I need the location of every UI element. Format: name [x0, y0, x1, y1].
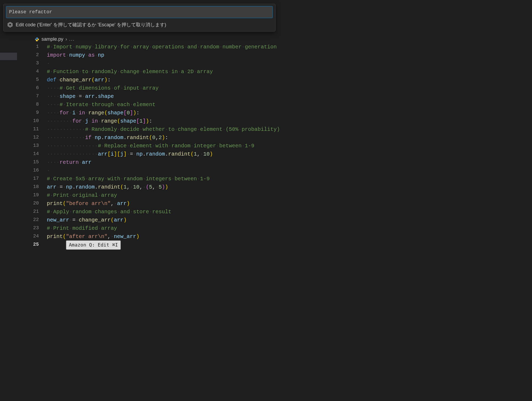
code-content[interactable]: ············if·np.random.randint(0,2): [47, 133, 337, 141]
activity-bar [0, 0, 17, 253]
line-number: 15 [26, 158, 47, 166]
line-number: 11 [26, 125, 47, 133]
code-content[interactable]: ················#·Replace·element·with·r… [47, 141, 337, 150]
code-content[interactable]: ····#·Iterate·through·each·element [47, 100, 337, 108]
line-number: 24 [26, 232, 47, 240]
line-number: 7 [26, 92, 47, 100]
code-line[interactable]: 12············if·np.random.randint(0,2): [26, 133, 337, 141]
inline-chat-help: Edit code ('Enter' を押して確認するか 'Escape' を押… [5, 20, 274, 30]
code-content[interactable]: #·Print·modified·array [47, 224, 337, 232]
code-content[interactable]: #·Print·original·array [47, 191, 337, 199]
line-number: 20 [26, 199, 47, 207]
code-line[interactable]: 4#·Function·to·randomly·change·elements·… [26, 67, 337, 76]
breadcrumb-rest[interactable]: ... [69, 35, 75, 43]
code-line[interactable]: 6····#·Get·dimensions·of·input·array [26, 84, 337, 92]
breadcrumb-file[interactable]: sample.py [41, 35, 63, 43]
code-editor[interactable]: 1#·Import·numpy·library·for·array·operat… [26, 43, 337, 253]
code-content[interactable]: · [47, 166, 337, 174]
code-content[interactable]: ····shape·=·arr.shape [47, 92, 337, 100]
code-line[interactable]: 17#·Create·5x5·array·with·random·integer… [26, 174, 337, 183]
line-number: 9 [26, 108, 47, 117]
amazon-q-icon [7, 22, 13, 28]
code-content[interactable]: ············#·Randomly·decide·whether·to… [47, 125, 337, 133]
code-content[interactable]: · [47, 59, 337, 67]
python-file-icon [35, 35, 39, 43]
code-content[interactable]: import·numpy·as·np [47, 51, 337, 59]
app-root: Please refactor Edit code ('Enter' を押して確… [0, 0, 337, 253]
line-number: 18 [26, 183, 47, 191]
code-content[interactable]: print("before arr\n",·arr) [47, 199, 337, 207]
code-line[interactable]: 3· [26, 59, 337, 67]
line-number: 23 [26, 224, 47, 232]
code-line[interactable]: 22new_arr·=·change_arr(arr) [26, 216, 337, 224]
line-number: 12 [26, 133, 47, 141]
line-number: 4 [26, 67, 47, 76]
line-number: 16 [26, 166, 47, 174]
inline-chat-dialog: Please refactor Edit code ('Enter' を押して確… [3, 4, 276, 32]
code-line[interactable]: 1#·Import·numpy·library·for·array·operat… [26, 43, 337, 51]
code-line[interactable]: 18arr·=·np.random.randint(1,·10,·(5,·5)) [26, 183, 337, 191]
code-line[interactable]: 14················arr[i][j]·=·np.random.… [26, 150, 337, 158]
code-content[interactable]: ····return·arr [47, 158, 337, 166]
code-line[interactable]: 16· [26, 166, 337, 174]
code-line[interactable]: 24print("after arr\n",·new_arr) [26, 232, 337, 240]
code-line[interactable]: 10········for·j·in·range(shape[1]): [26, 117, 337, 125]
svg-marker-0 [8, 22, 13, 27]
code-content[interactable]: ····for·i·in·range(shape[0]): [47, 108, 337, 117]
line-number: 3 [26, 59, 47, 67]
line-number: 21 [26, 207, 47, 216]
code-content[interactable]: ····#·Get·dimensions·of·input·array [47, 84, 337, 92]
line-number: 6 [26, 84, 47, 92]
line-number: 14 [26, 150, 47, 158]
code-line[interactable]: 5def·change_arr(arr): [26, 76, 337, 84]
line-number: 13 [26, 141, 47, 150]
breadcrumb[interactable]: sample.py › ... [35, 35, 75, 43]
line-number: 8 [26, 100, 47, 108]
code-line[interactable]: 23#·Print·modified·array [26, 224, 337, 232]
code-line[interactable]: 8····#·Iterate·through·each·element [26, 100, 337, 108]
line-number: 17 [26, 174, 47, 183]
inline-chat-input[interactable]: Please refactor [6, 6, 273, 18]
code-line[interactable]: 7····shape·=·arr.shape [26, 92, 337, 100]
code-line[interactable]: 25Amazon Q: Edit ⌘I [26, 240, 337, 249]
line-number: 2 [26, 51, 47, 59]
code-line[interactable]: 11············#·Randomly·decide·whether·… [26, 125, 337, 133]
activity-bar-active-item[interactable] [0, 53, 17, 60]
code-content[interactable]: def·change_arr(arr): [47, 76, 337, 84]
line-number: 19 [26, 191, 47, 199]
code-line[interactable]: 9····for·i·in·range(shape[0]): [26, 108, 337, 117]
code-line[interactable]: 21#·Apply·random·changes·and·store·resul… [26, 207, 337, 216]
code-lens[interactable]: Amazon Q: Edit ⌘I [66, 240, 121, 249]
code-line[interactable]: 19#·Print·original·array [26, 191, 337, 199]
chevron-right-icon: › [65, 35, 67, 43]
code-content[interactable]: print("after arr\n",·new_arr) [47, 232, 337, 240]
svg-marker-1 [9, 23, 11, 26]
code-content[interactable]: #·Apply·random·changes·and·store·result [47, 207, 337, 216]
code-content[interactable]: Amazon Q: Edit ⌘I [47, 240, 337, 249]
code-line[interactable]: 20print("before arr\n",·arr) [26, 199, 337, 207]
code-content[interactable]: new_arr·=·change_arr(arr) [47, 216, 337, 224]
code-content[interactable]: #·Import·numpy·library·for·array·operati… [47, 43, 337, 51]
code-lens-label[interactable]: Amazon Q: Edit ⌘I [66, 240, 121, 250]
code-content[interactable]: ················arr[i][j]·=·np.random.ra… [47, 150, 337, 158]
line-number: 5 [26, 76, 47, 84]
line-number: 25 [26, 240, 47, 249]
code-content[interactable]: ········for·j·in·range(shape[1]): [47, 117, 337, 125]
inline-chat-help-text: Edit code ('Enter' を押して確認するか 'Escape' を押… [16, 21, 166, 29]
line-number: 10 [26, 117, 47, 125]
code-line[interactable]: 15····return·arr [26, 158, 337, 166]
code-content[interactable]: arr·=·np.random.randint(1,·10,·(5,·5)) [47, 183, 337, 191]
code-content[interactable]: #·Create·5x5·array·with·random·integers·… [47, 174, 337, 183]
code-line[interactable]: 2import·numpy·as·np [26, 51, 337, 59]
line-number: 22 [26, 216, 47, 224]
code-line[interactable]: 13················#·Replace·element·with… [26, 141, 337, 150]
code-content[interactable]: #·Function·to·randomly·change·elements·i… [47, 67, 337, 76]
line-number: 1 [26, 43, 47, 51]
